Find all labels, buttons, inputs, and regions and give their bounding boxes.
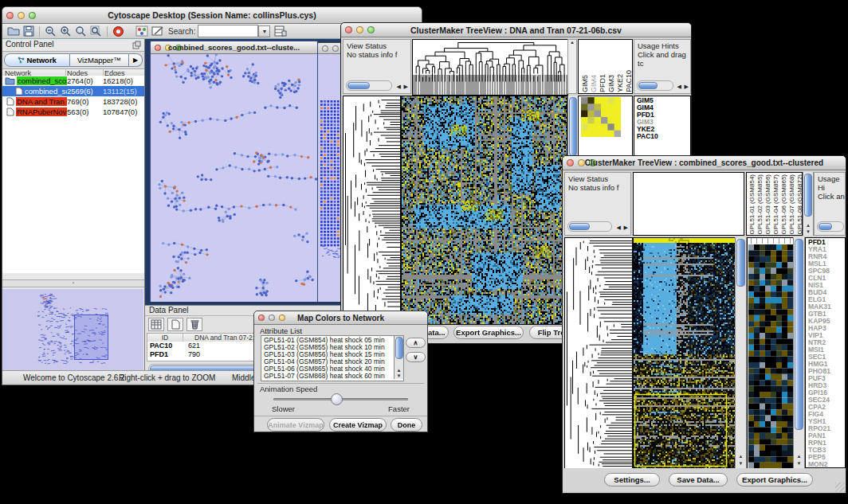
gene-label[interactable]: GIM3 [637,119,690,126]
new-attribute-icon[interactable] [167,318,183,331]
gene-label[interactable]: MON2 [808,461,845,468]
close-button[interactable] [6,12,14,19]
tv1-col-scroll-strip[interactable]: ▲ [567,39,577,94]
gene-label[interactable]: PHO81 [808,368,845,375]
tv2-collabel-vscrollbar[interactable]: ▲ ▼ [803,172,814,236]
network-row[interactable]: combined_scores 2764(0) 16218(0) [2,76,144,86]
tv2-hints-hscrollbar[interactable] [817,221,844,232]
zoom-selected-icon[interactable] [90,25,102,37]
scroll-right-arrow[interactable]: ▶ [404,82,408,91]
close-button[interactable] [322,45,328,52]
gene-label[interactable]: GTB1 [808,311,845,318]
minimize-button[interactable] [269,315,275,321]
scroll-down-arrow[interactable]: ▼ [395,373,403,378]
minimize-button[interactable] [18,12,25,19]
tv1-status-hscrollbar[interactable] [346,80,392,91]
vizmapper-icon[interactable] [135,25,148,37]
close-button[interactable] [567,159,574,166]
gene-label[interactable]: NIS1 [808,282,845,289]
search-input[interactable] [198,25,258,37]
gene-label[interactable]: PFD1 [808,239,845,246]
dialog-titlebar[interactable]: Map Colors to Network [254,311,427,325]
gene-label[interactable]: MSI1 [808,346,845,354]
gene-label[interactable]: GPI16 [808,389,845,397]
tv1-zoom-heatmap[interactable] [581,97,621,137]
gene-label[interactable]: HMG1 [808,361,845,368]
scroll-left-arrow[interactable]: ◀ [677,82,681,91]
gene-label[interactable]: MAK31 [808,303,845,311]
scroll-right-arrow[interactable]: ▶ [624,223,628,232]
search-dropdown-button[interactable]: ▼ [258,25,270,37]
tv2-zoom-heatmap[interactable] [747,237,795,470]
gene-label[interactable]: VIP1 [808,332,845,339]
attribute-item[interactable]: GPL51-06 (GSM865) heat shock 40 min [264,365,403,373]
gene-label[interactable]: ELG1 [808,296,845,303]
gene-label[interactable]: TCB3 [808,447,845,454]
minimize-button[interactable] [332,45,339,52]
float-panel-icon[interactable] [132,41,141,49]
gene-label[interactable]: BUD4 [808,289,845,296]
gene-label[interactable]: PUF3 [808,375,845,382]
create-vizmap-button[interactable]: Create Vizmap [329,418,387,432]
tv2-column-dendrogram[interactable] [633,172,744,236]
attribute-browser-icon[interactable] [274,25,287,37]
tv1-column-dendrogram[interactable] [412,39,568,96]
scroll-down-arrow[interactable]: ▼ [803,229,813,234]
vscroll-thumb[interactable] [569,97,577,156]
gene-label[interactable]: CLN1 [808,275,845,282]
scroll-left-arrow[interactable]: ◀ [397,82,401,91]
zoom-out-icon[interactable] [45,25,57,37]
scroll-down-arrow[interactable]: ▼ [736,461,746,466]
gene-label[interactable]: PAC10 [637,133,690,140]
zoom-button[interactable] [589,159,596,166]
zoom-button[interactable] [29,12,36,19]
panel-splitter[interactable]: • [2,279,144,287]
network-canvas[interactable] [151,54,317,302]
gene-label[interactable]: YRA1 [808,246,845,253]
gene-label[interactable]: PFD1 [637,111,690,119]
settings-button[interactable]: Settings... [604,473,660,486]
annotation-icon[interactable] [151,25,164,37]
gene-label[interactable]: RNR4 [808,253,845,260]
gene-label[interactable]: HAP3 [808,325,845,332]
gene-label[interactable]: PAN1 [808,432,845,440]
treeview2-titlebar[interactable]: ClusterMaker TreeView : combined_scores_… [563,156,846,170]
tv1-heatmap[interactable] [401,96,567,325]
list-vscrollbar[interactable]: ▲ ▼ [394,336,403,379]
attribute-item[interactable]: GPL51-01 (GSM854) heat shock 05 min [264,337,403,344]
done-button[interactable]: Done [391,418,422,432]
help-lifering-icon[interactable] [112,25,124,37]
gene-label[interactable]: RPN1 [808,440,845,447]
resize-grip[interactable] [835,483,845,492]
export-graphics-button[interactable]: Export Graphics... [453,326,524,339]
save-data-button[interactable]: Save Data... [669,473,728,486]
gene-label[interactable]: GIM5 [637,97,690,104]
delete-attribute-icon[interactable] [186,318,202,331]
network-row-selected[interactable]: combined_sco 2569(6) 13112(15) [2,86,144,96]
zoom-button[interactable] [367,26,375,33]
close-button[interactable] [345,26,352,33]
treeview1-titlebar[interactable]: ClusterMaker TreeView : DNA and Tran 07-… [341,23,691,37]
attribute-item[interactable]: GPL51-07 (GSM868) heat shock 60 min [264,373,403,380]
attribute-item[interactable]: GPL51-03 (GSM856) heat shock 15 min [264,351,403,358]
close-button[interactable] [258,315,265,321]
tab-overflow-arrow[interactable]: ▶ [129,53,143,67]
gene-label[interactable]: SEC1 [808,354,845,361]
tv2-row-dendrogram[interactable] [564,237,633,470]
gene-label[interactable]: GIM4 [637,104,690,111]
hscroll-thumb[interactable] [347,82,370,89]
vscroll-thumb[interactable] [804,174,812,217]
save-icon[interactable] [23,25,34,37]
export-graphics-button[interactable]: Export Graphics... [736,473,813,486]
main-titlebar[interactable]: Cytoscape Desktop (Session Name: collins… [2,7,422,24]
minimize-button[interactable] [578,159,585,166]
hscroll-thumb[interactable] [638,82,658,89]
move-up-button[interactable]: ∧ [406,338,426,348]
network-overview-thumbnail[interactable] [2,289,143,370]
tv1-row-dendrogram[interactable] [343,96,401,325]
network-window-titlebar[interactable]: combined_scores_good.txt--cluste... [151,41,317,54]
network-row[interactable]: DNA and Tran 07 769(0) 183728(0) [2,96,144,107]
scroll-right-arrow[interactable]: ▶ [685,82,689,91]
move-down-button[interactable]: ∨ [406,352,426,362]
gene-label[interactable]: SPC98 [808,268,845,275]
